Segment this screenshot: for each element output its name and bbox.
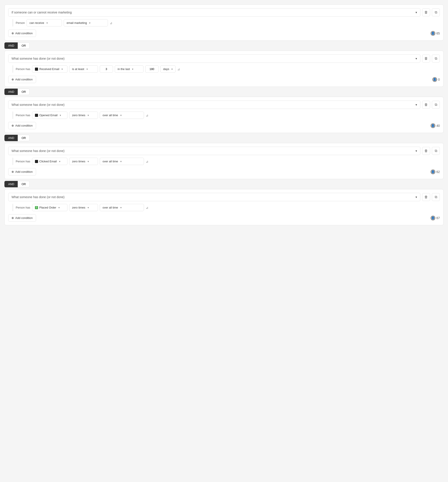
block-footer-1: ⊕ Add condition 👤 65 (8, 30, 440, 37)
plus-icon-5: ⊕ (11, 216, 14, 220)
delete-button-5[interactable]: 🗑 (422, 193, 430, 201)
block-footer-4: ⊕ Add condition 👤 62 (8, 168, 440, 175)
chevron-down-icon-4: ▾ (416, 149, 417, 153)
block-type-select-3[interactable]: What someone has done (or not done) ▾ (8, 101, 420, 109)
filter-icon-1[interactable]: ⊿ (110, 21, 112, 25)
chevron-icon: ▾ (88, 160, 89, 163)
chevron-icon: ▾ (120, 114, 122, 117)
add-condition-button-4[interactable]: ⊕ Add condition (8, 168, 36, 175)
person-has-label-2: Person has (16, 67, 30, 71)
chevron-icon: ▾ (171, 68, 173, 71)
filter-icon-5[interactable]: ⊿ (146, 206, 148, 210)
and-button-4[interactable]: AND (4, 181, 18, 187)
copy-button-5[interactable]: ⧉ (432, 193, 440, 201)
block-header-2: What someone has done (or not done) ▾ 🗑 … (8, 54, 440, 63)
condition-row-5: Person has S Placed Order ▾ zero times ▾… (13, 204, 440, 211)
chevron-icon: ▾ (132, 68, 133, 71)
block-type-select-4[interactable]: What someone has done (or not done) ▾ (8, 147, 420, 155)
time-unit-select-2[interactable]: days ▾ (160, 65, 176, 73)
condition-block-4: What someone has done (or not done) ▾ 🗑 … (4, 143, 444, 179)
and-button-3[interactable]: AND (4, 135, 18, 141)
add-condition-button-1[interactable]: ⊕ Add condition (8, 30, 36, 37)
user-icon-4: 👤 (431, 170, 435, 174)
chevron-icon: ▾ (47, 21, 48, 24)
count-display-2: 👤 0 (432, 77, 440, 82)
block-header-1: If someone can or cannot receive marketi… (8, 8, 440, 16)
or-button-3[interactable]: OR (18, 135, 30, 141)
chevron-icon: ▾ (88, 206, 89, 209)
chevron-down-icon-3: ▾ (416, 103, 417, 107)
event-select-3[interactable]: Opened Email ▾ (32, 112, 67, 119)
plus-icon-2: ⊕ (11, 78, 14, 81)
or-button-4[interactable]: OR (18, 181, 30, 187)
condition-row-4: Person has Clicked Email ▾ zero times ▾ … (13, 158, 440, 165)
operator-select-2[interactable]: is at least ▾ (69, 65, 98, 73)
block-footer-3: ⊕ Add condition 👤 40 (8, 122, 440, 129)
event-icon-4 (35, 160, 38, 163)
logic-row-3: AND OR (4, 135, 444, 141)
condition-row-1: Person can receive ▾ email marketing ▾ ⊿ (13, 19, 440, 26)
condition-block-5: What someone has done (or not done) ▾ 🗑 … (4, 189, 444, 225)
time-operator-select-5[interactable]: over all time ▾ (100, 204, 144, 211)
operator-select-5[interactable]: zero times ▾ (69, 204, 98, 211)
block-type-select-2[interactable]: What someone has done (or not done) ▾ (8, 54, 420, 63)
person-label-1: Person (16, 21, 25, 24)
event-select-4[interactable]: Clicked Email ▾ (32, 158, 67, 165)
event-select-2[interactable]: Received Email ▾ (32, 65, 67, 73)
email-marketing-select[interactable]: email marketing ▾ (64, 19, 108, 26)
copy-button-3[interactable]: ⧉ (432, 101, 440, 109)
filter-icon-3[interactable]: ⊿ (146, 114, 148, 117)
add-condition-button-5[interactable]: ⊕ Add condition (8, 214, 36, 222)
person-has-label-5: Person has (16, 206, 30, 209)
operator-select-3[interactable]: zero times ▾ (69, 112, 98, 119)
user-icon-3: 👤 (431, 123, 435, 128)
delete-button-3[interactable]: 🗑 (422, 101, 430, 109)
chevron-icon: ▾ (62, 68, 63, 71)
value-input-2[interactable] (100, 65, 113, 73)
chevron-icon: ▾ (120, 160, 122, 163)
count-display-5: 👤 67 (431, 216, 440, 220)
chevron-down-icon-5: ▾ (416, 195, 417, 199)
can-receive-select[interactable]: can receive ▾ (26, 19, 62, 26)
user-icon-2: 👤 (432, 77, 437, 82)
add-condition-button-3[interactable]: ⊕ Add condition (8, 122, 36, 129)
delete-button-2[interactable]: 🗑 (422, 54, 430, 62)
filter-icon-2[interactable]: ⊿ (177, 67, 180, 71)
add-condition-button-2[interactable]: ⊕ Add condition (8, 76, 36, 83)
delete-button-4[interactable]: 🗑 (422, 147, 430, 155)
block-type-label-4: What someone has done (or not done) (11, 149, 64, 153)
and-button-1[interactable]: AND (4, 42, 18, 49)
event-select-5[interactable]: S Placed Order ▾ (32, 204, 67, 211)
and-button-2[interactable]: AND (4, 89, 18, 95)
block-footer-2: ⊕ Add condition 👤 0 (8, 76, 440, 83)
copy-button-4[interactable]: ⧉ (432, 147, 440, 155)
delete-button-1[interactable]: 🗑 (422, 8, 430, 16)
user-icon-1: 👤 (431, 31, 435, 36)
condition-row-2: Person has Received Email ▾ is at least … (13, 65, 440, 73)
condition-block-3: What someone has done (or not done) ▾ 🗑 … (4, 97, 444, 133)
or-button-2[interactable]: OR (18, 89, 30, 95)
block-type-select-1[interactable]: If someone can or cannot receive marketi… (8, 8, 420, 16)
copy-button-2[interactable]: ⧉ (432, 54, 440, 62)
chevron-icon: ▾ (87, 68, 88, 71)
time-value-input-2[interactable] (145, 65, 159, 73)
block-type-label-3: What someone has done (or not done) (11, 103, 64, 107)
shopify-icon-5: S (35, 206, 38, 209)
time-operator-select-2[interactable]: in the last ▾ (115, 65, 144, 73)
event-icon-3 (35, 114, 38, 117)
chevron-icon: ▾ (58, 206, 60, 209)
block-header-5: What someone has done (or not done) ▾ 🗑 … (8, 193, 440, 201)
or-button-1[interactable]: OR (18, 42, 30, 49)
block-type-select-5[interactable]: What someone has done (or not done) ▾ (8, 193, 420, 201)
filter-icon-4[interactable]: ⊿ (146, 160, 148, 163)
plus-icon-1: ⊕ (11, 31, 14, 35)
user-icon-5: 👤 (431, 216, 435, 220)
plus-icon-4: ⊕ (11, 170, 14, 173)
time-operator-select-3[interactable]: over all time ▾ (100, 112, 144, 119)
logic-row-2: AND OR (4, 89, 444, 95)
copy-button-1[interactable]: ⧉ (432, 8, 440, 16)
time-operator-select-4[interactable]: over all time ▾ (100, 158, 144, 165)
operator-select-4[interactable]: zero times ▾ (69, 158, 98, 165)
count-display-4: 👤 62 (431, 170, 440, 174)
block-type-label-1: If someone can or cannot receive marketi… (11, 11, 72, 14)
